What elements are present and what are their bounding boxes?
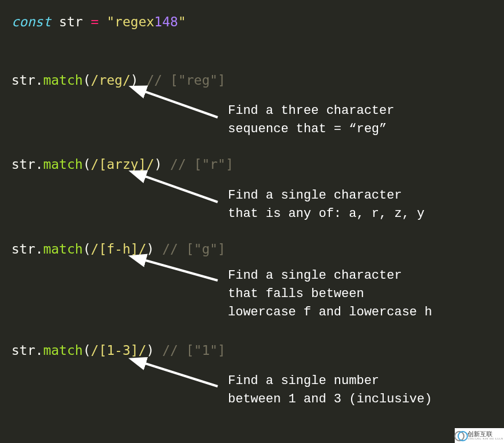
watermark: 创新互联 CHUANG XIN HU LIAN [455,428,504,443]
annotation-text: Find a single character that falls betwe… [228,267,432,322]
regex-pattern: [arzy] [99,157,146,172]
string-number: 148 [154,14,178,29]
method-match: match [43,242,82,256]
arrow-icon [135,171,220,205]
method-match: match [43,343,82,358]
method-match: match [43,73,82,88]
example-line: str.match(/[1-3]/) // ["1"] [11,341,493,359]
watermark-logo-icon [455,430,466,441]
watermark-text: 创新互联 [467,431,503,437]
equals-op: = [91,14,99,29]
annotation-text: Find a three character sequence that = “… [228,102,394,139]
arrow-icon [135,358,220,389]
svg-line-3 [141,362,218,386]
var-name: str [59,14,83,29]
watermark-subtext: CHUANG XIN HU LIAN [467,437,503,440]
keyword-const: const [11,14,51,29]
result-comment: // ["g"] [154,242,226,256]
declaration-line: const str = "regex148" [11,13,493,31]
svg-line-1 [141,175,218,202]
result-comment: // ["1"] [154,343,226,358]
annotation-text: Find a single character that is any of: … [228,187,424,223]
example-line: str.match(/[arzy]/) // ["r"] [11,155,493,173]
annotation-text: Find a single number between 1 and 3 (in… [228,372,432,409]
regex-pattern: [f-h] [99,242,138,256]
regex-pattern: reg [99,73,123,88]
example-line: str.match(/reg/) // ["reg"] [11,71,493,89]
string-open-quote: " [107,14,115,29]
svg-line-0 [141,90,218,117]
arrow-icon [135,255,220,283]
svg-line-2 [141,259,218,280]
method-match: match [43,157,82,172]
arrow-icon [135,86,220,120]
regex-pattern: [1-3] [99,343,138,358]
example-line: str.match(/[f-h]/) // ["g"] [11,240,493,258]
string-text: regex [115,14,154,29]
string-close-quote: " [178,14,186,29]
result-comment: // ["r"] [162,157,234,172]
